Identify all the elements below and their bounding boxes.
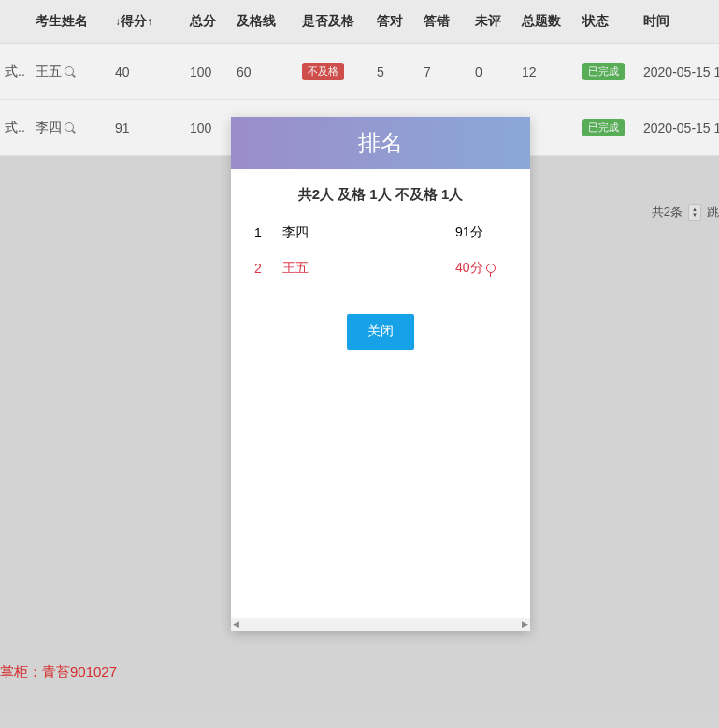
modal-title: 排名 — [231, 117, 530, 169]
rank-score: 40分 — [455, 260, 511, 277]
rank-name: 王五 — [282, 260, 455, 277]
rank-item: 2 王五 40分 — [250, 250, 511, 286]
rank-list: 1 李四 91分 2 王五 40分 — [231, 215, 530, 286]
rank-item: 1 李四 91分 — [250, 215, 511, 250]
modal-body[interactable]: 共2人 及格 1人 不及格 1人 1 李四 91分 2 王五 40分 关闭 — [231, 169, 530, 631]
scroll-left-icon[interactable]: ◀ — [233, 620, 239, 629]
scroll-right-icon[interactable]: ▶ — [522, 620, 528, 629]
horizontal-scrollbar[interactable]: ◀ ▶ — [231, 618, 530, 631]
rank-name: 李四 — [282, 224, 455, 241]
rank-number: 1 — [250, 225, 282, 240]
close-button[interactable]: 关闭 — [347, 314, 414, 350]
rank-score: 91分 — [455, 224, 511, 241]
ranking-modal: 排名 共2人 及格 1人 不及格 1人 1 李四 91分 2 王五 40分 关闭 — [231, 117, 530, 631]
ranking-summary: 共2人 及格 1人 不及格 1人 — [231, 169, 530, 215]
fail-medal-icon — [486, 264, 496, 273]
rank-number: 2 — [250, 261, 282, 276]
